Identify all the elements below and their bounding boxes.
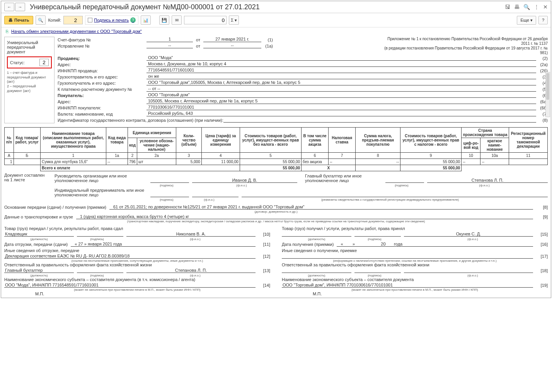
help-button[interactable]: ? bbox=[538, 16, 548, 24]
more-button[interactable]: Еще ▾ bbox=[517, 16, 536, 25]
footer: Документ составлен на 1 листе Руководите… bbox=[1, 171, 551, 298]
document-header: Счет-фактура №1от27 января 2021 г.(1) Ис… bbox=[58, 37, 548, 123]
status-panel: Универсальный передаточный документ Стат… bbox=[4, 37, 55, 123]
items-table: № п/п Код товара/ работ, услуг Наименова… bbox=[4, 127, 548, 171]
edi-link-row: ⎘ Начать обмен электронными документами … bbox=[1, 27, 551, 35]
window-title: Универсальный передаточный документ №МД0… bbox=[30, 3, 505, 11]
preview-button[interactable]: 🔍 bbox=[36, 15, 46, 25]
vertical-scrollbar[interactable] bbox=[545, 72, 550, 117]
sigma-button[interactable]: Σ ▾ bbox=[229, 15, 239, 25]
transfer-block: Товар (груз) передал / услуги, результат… bbox=[4, 226, 270, 296]
table-row: 1 Сумка для ноутбука 15,6" -- 796 шт 5,0… bbox=[5, 159, 548, 165]
save-disk-button[interactable]: 💾 bbox=[159, 15, 169, 25]
status-field: Статус: bbox=[7, 56, 52, 68]
edit-cells-button[interactable]: 📊 bbox=[141, 15, 151, 25]
email-button[interactable]: ✉ bbox=[172, 15, 182, 25]
toolbar: 🖶Печать 🔍 Копий: Подпись и печать? 📊 💾 ✉… bbox=[1, 13, 551, 27]
print-button[interactable]: 🖶Печать bbox=[4, 16, 33, 24]
receive-block: Товар (груз) получил / услуги, результат… bbox=[282, 226, 548, 296]
help-icon[interactable]: ? bbox=[130, 17, 136, 23]
checkbox-icon bbox=[88, 18, 92, 22]
save-icon[interactable]: 🖫 bbox=[505, 4, 510, 10]
titlebar: ← → Универсальный передаточный документ … bbox=[1, 1, 551, 13]
search-icon[interactable]: 🔍 bbox=[523, 4, 530, 10]
edi-icon: ⎘ bbox=[6, 29, 9, 34]
copies-label: Копий: bbox=[48, 18, 61, 22]
nav-back-button[interactable]: ← bbox=[4, 3, 14, 11]
nav-forward-button[interactable]: → bbox=[15, 3, 25, 11]
printer-icon: 🖶 bbox=[9, 18, 13, 22]
menu-dots-icon[interactable]: ⋮ bbox=[534, 4, 539, 10]
print-icon[interactable]: 🖶 bbox=[514, 4, 520, 10]
status-legend: 1 – счет-фактура и передаточный документ… bbox=[7, 71, 52, 93]
copies-input[interactable] bbox=[63, 16, 83, 24]
close-icon[interactable]: ✕ bbox=[543, 4, 548, 10]
sign-print-toggle[interactable]: Подпись и печать? bbox=[85, 15, 138, 25]
status-input[interactable] bbox=[39, 59, 49, 66]
amount-input[interactable] bbox=[184, 16, 227, 24]
totals-row: Всего к оплате 55 000,00 X 55 000,00 bbox=[5, 165, 548, 171]
edi-link[interactable]: Начать обмен электронными документами с … bbox=[11, 29, 142, 34]
